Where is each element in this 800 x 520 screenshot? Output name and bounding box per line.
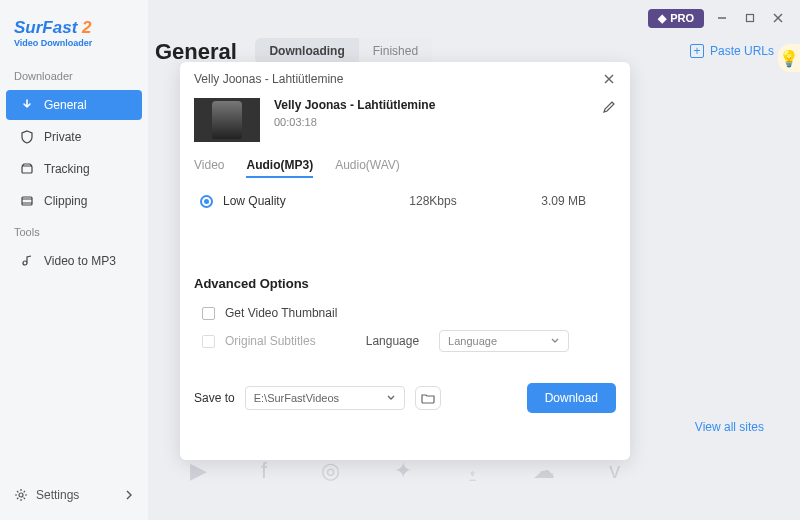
format-tabs: Video Audio(MP3) Audio(WAV) [180,152,630,184]
shield-icon [20,130,34,144]
radio-selected-icon [200,195,213,208]
checkbox-thumbnail[interactable] [202,307,215,320]
chevron-right-icon [124,490,134,500]
download-options-modal: Velly Joonas - Lahtiütlemine Velly Joona… [180,62,630,460]
opt-subtitles-label: Original Subtitles [225,334,316,348]
edit-icon[interactable] [602,100,616,114]
svg-rect-5 [22,197,32,205]
maximize-button[interactable] [740,8,760,28]
sidebar-item-video-to-mp3[interactable]: Video to MP3 [6,246,142,276]
sidebar-item-label: Clipping [44,194,87,208]
opt-thumbnail-label: Get Video Thumbnail [225,306,337,320]
quality-size: 3.09 MB [503,194,616,208]
svg-rect-4 [22,166,32,173]
tab-audio-mp3[interactable]: Audio(MP3) [246,158,313,178]
tab-downloading[interactable]: Downloading [255,38,358,64]
youtube-icon: ▶ [190,458,207,484]
twitter-icon: ✦ [394,458,412,484]
browse-folder-button[interactable] [415,386,441,410]
vimeo-icon: v [609,458,620,484]
supported-sites-strip: ▶ f ◎ ✦ ⍚ ☁ v [190,458,620,484]
tab-video[interactable]: Video [194,158,224,178]
diamond-icon: ◆ [658,12,666,25]
settings-button[interactable]: Settings [0,480,148,510]
window-titlebar: ◆ PRO [636,0,800,36]
chevron-down-icon [550,336,560,346]
save-path-value: E:\SurFastVideos [254,392,339,404]
svg-point-8 [19,493,23,497]
arrow-down-icon [20,98,34,112]
soundcloud-icon: ☁ [533,458,555,484]
sidebar: SurFast 2 Video Downloader Downloader Ge… [0,0,148,520]
media-duration: 00:03:18 [274,116,588,128]
tips-button[interactable]: 💡 [778,44,800,72]
film-icon [20,194,34,208]
plus-icon: + [690,44,704,58]
status-tabs: Downloading Finished [255,38,432,64]
save-to-label: Save to [194,391,235,405]
sidebar-item-tracking[interactable]: Tracking [6,154,142,184]
settings-label: Settings [36,488,79,502]
advanced-options-heading: Advanced Options [194,276,616,291]
svg-rect-1 [747,15,754,22]
section-downloader: Downloader [0,62,148,88]
section-tools: Tools [0,218,148,244]
view-all-sites-link[interactable]: View all sites [695,420,764,434]
close-window-button[interactable] [768,8,788,28]
app-logo: SurFast 2 Video Downloader [0,18,148,62]
pro-label: PRO [670,12,694,24]
tab-finished[interactable]: Finished [359,38,432,64]
save-path-select[interactable]: E:\SurFastVideos [245,386,405,410]
logo-tagline: Video Downloader [14,38,134,48]
sidebar-item-clipping[interactable]: Clipping [6,186,142,216]
sidebar-item-label: Private [44,130,81,144]
download-button[interactable]: Download [527,383,616,413]
archive-icon [20,162,34,176]
checkbox-subtitles[interactable] [202,335,215,348]
sidebar-item-general[interactable]: General [6,90,142,120]
sidebar-item-private[interactable]: Private [6,122,142,152]
language-label: Language [366,334,419,348]
modal-title: Velly Joonas - Lahtiütlemine [194,72,343,86]
quality-option-low[interactable]: Low Quality 128Kbps 3.09 MB [180,184,630,218]
quality-bitrate: 128Kbps [363,194,503,208]
media-title: Velly Joonas - Lahtiütlemine [274,98,588,112]
quality-name: Low Quality [223,194,363,208]
video-thumbnail [194,98,260,142]
instagram-icon: ◎ [321,458,340,484]
language-placeholder: Language [448,335,497,347]
minimize-button[interactable] [712,8,732,28]
sidebar-item-label: Tracking [44,162,90,176]
tab-audio-wav[interactable]: Audio(WAV) [335,158,400,178]
logo-name: SurFast [14,18,77,37]
facebook-icon: f [261,458,267,484]
note-icon [20,254,34,268]
logo-suffix: 2 [82,18,91,37]
sidebar-item-label: Video to MP3 [44,254,116,268]
sidebar-item-label: General [44,98,87,112]
chevron-down-icon [386,393,396,403]
paste-label: Paste URLs [710,44,774,58]
bulb-icon: 💡 [779,49,799,68]
close-icon[interactable] [602,72,616,86]
gear-icon [14,488,28,502]
folder-icon [421,392,435,404]
pro-badge[interactable]: ◆ PRO [648,9,704,28]
paste-urls-button[interactable]: + Paste URLs [690,44,774,58]
twitch-icon: ⍚ [466,458,479,484]
language-select[interactable]: Language [439,330,569,352]
